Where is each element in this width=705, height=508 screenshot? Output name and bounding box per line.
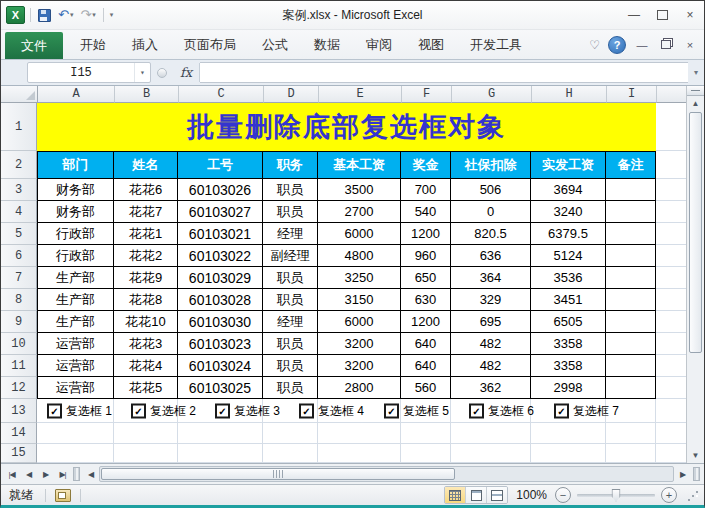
column-header-C[interactable]: C (179, 86, 264, 103)
horizontal-scroll-track[interactable] (99, 466, 674, 482)
ribbon-tab-7[interactable]: 审阅 (353, 30, 405, 59)
table-cell[interactable] (606, 333, 656, 355)
table-cell[interactable]: 700 (401, 179, 451, 201)
table-cell[interactable]: 财务部 (37, 179, 114, 201)
save-button[interactable] (36, 8, 53, 23)
grid-cell[interactable] (531, 444, 606, 463)
table-cell[interactable]: 1200 (401, 311, 451, 333)
table-cell[interactable]: 花花3 (114, 333, 178, 355)
table-cell[interactable]: 60103029 (178, 267, 263, 289)
table-cell[interactable]: 花花5 (114, 377, 178, 399)
grid-filler[interactable] (656, 311, 686, 333)
zoom-slider-thumb[interactable] (612, 489, 621, 502)
table-cell[interactable] (606, 311, 656, 333)
row-header-10[interactable]: 10 (1, 333, 37, 355)
grid-cell[interactable] (318, 444, 401, 463)
ribbon-tab-3[interactable]: 插入 (119, 30, 171, 59)
table-cell[interactable]: 960 (401, 245, 451, 267)
zoom-out-button[interactable]: − (555, 487, 571, 503)
grid-cell[interactable] (401, 423, 451, 444)
table-cell[interactable] (606, 377, 656, 399)
column-header-D[interactable]: D (264, 86, 319, 103)
table-cell[interactable]: 花花8 (114, 289, 178, 311)
column-header-A[interactable]: A (38, 86, 115, 103)
vertical-split-handle[interactable] (687, 86, 704, 96)
banner-title-cell[interactable]: 批量删除底部复选框对象 (37, 103, 656, 151)
checkbox-icon[interactable]: ✓ (215, 404, 230, 419)
table-cell[interactable]: 财务部 (37, 201, 114, 223)
grid-filler[interactable] (656, 245, 686, 267)
table-cell[interactable]: 60103023 (178, 333, 263, 355)
excel-logo-icon[interactable]: X (6, 6, 25, 24)
row-header-6[interactable]: 6 (1, 245, 37, 267)
table-cell[interactable]: 2700 (318, 201, 401, 223)
table-cell[interactable]: 2998 (531, 377, 606, 399)
table-cell[interactable]: 60103027 (178, 201, 263, 223)
ribbon-tab-6[interactable]: 数据 (301, 30, 353, 59)
table-cell[interactable]: 2800 (318, 377, 401, 399)
record-macro-icon[interactable] (55, 489, 71, 502)
column-header-E[interactable]: E (319, 86, 402, 103)
table-cell[interactable]: 职员 (263, 333, 318, 355)
redo-button[interactable]: ↷▾ (78, 9, 97, 21)
table-header-cell[interactable]: 奖金 (401, 151, 451, 179)
grid-filler[interactable] (656, 377, 686, 399)
table-header-cell[interactable]: 工号 (178, 151, 263, 179)
table-cell[interactable]: 花花9 (114, 267, 178, 289)
table-cell[interactable]: 820.5 (451, 223, 531, 245)
table-cell[interactable]: 640 (401, 355, 451, 377)
horizontal-split-handle[interactable] (693, 467, 700, 481)
table-cell[interactable]: 506 (451, 179, 531, 201)
table-cell[interactable]: 生产部 (37, 267, 114, 289)
zoom-slider-track[interactable] (577, 494, 655, 497)
tab-split-handle[interactable] (73, 467, 80, 481)
table-cell[interactable]: 经理 (263, 311, 318, 333)
insert-function-button[interactable]: fx (173, 63, 200, 82)
table-cell[interactable]: 花花7 (114, 201, 178, 223)
form-checkbox-2[interactable]: ✓复选框 2 (131, 403, 196, 420)
grid-cell[interactable] (37, 423, 114, 444)
row-header-11[interactable]: 11 (1, 355, 37, 377)
checkbox-icon[interactable]: ✓ (299, 404, 314, 419)
table-cell[interactable] (606, 267, 656, 289)
table-cell[interactable]: 5124 (531, 245, 606, 267)
table-cell[interactable]: 3694 (531, 179, 606, 201)
vertical-scroll-track[interactable] (687, 111, 704, 448)
table-cell[interactable]: 3451 (531, 289, 606, 311)
previous-sheet-button[interactable]: ◀ (20, 466, 37, 482)
table-cell[interactable]: 职员 (263, 267, 318, 289)
table-cell[interactable]: 生产部 (37, 289, 114, 311)
row-header-4[interactable]: 4 (1, 201, 37, 223)
checkbox-icon[interactable]: ✓ (384, 404, 399, 419)
grid-cell[interactable] (531, 423, 606, 444)
row-header-2[interactable]: 2 (1, 151, 37, 179)
ribbon-tab-2[interactable]: 开始 (67, 30, 119, 59)
grid-cell[interactable] (178, 444, 263, 463)
row-header-8[interactable]: 8 (1, 289, 37, 311)
grid-filler[interactable] (656, 444, 686, 463)
table-cell[interactable]: 3358 (531, 333, 606, 355)
column-header-G[interactable]: G (452, 86, 532, 103)
vertical-scrollbar[interactable]: ▲ ▼ (686, 86, 704, 463)
ribbon-tab-1[interactable]: 文件 (5, 32, 63, 59)
table-cell[interactable]: 3200 (318, 333, 401, 355)
table-cell[interactable]: 482 (451, 355, 531, 377)
form-checkbox-6[interactable]: ✓复选框 6 (469, 403, 534, 420)
table-cell[interactable]: 3358 (531, 355, 606, 377)
table-cell[interactable]: 行政部 (37, 223, 114, 245)
checkbox-icon[interactable]: ✓ (47, 404, 62, 419)
table-cell[interactable]: 6379.5 (531, 223, 606, 245)
table-cell[interactable]: 副经理 (263, 245, 318, 267)
table-header-cell[interactable]: 部门 (37, 151, 114, 179)
grid-cell[interactable] (114, 423, 178, 444)
table-cell[interactable]: 329 (451, 289, 531, 311)
table-cell[interactable] (606, 289, 656, 311)
table-cell[interactable]: 3150 (318, 289, 401, 311)
table-cell[interactable]: 482 (451, 333, 531, 355)
next-sheet-button[interactable]: ▶ (37, 466, 54, 482)
grid-cell[interactable] (451, 423, 531, 444)
workbook-restore-button[interactable] (658, 38, 674, 52)
table-header-cell[interactable]: 备注 (606, 151, 656, 179)
zoom-in-button[interactable]: + (661, 487, 677, 503)
table-cell[interactable]: 1200 (401, 223, 451, 245)
